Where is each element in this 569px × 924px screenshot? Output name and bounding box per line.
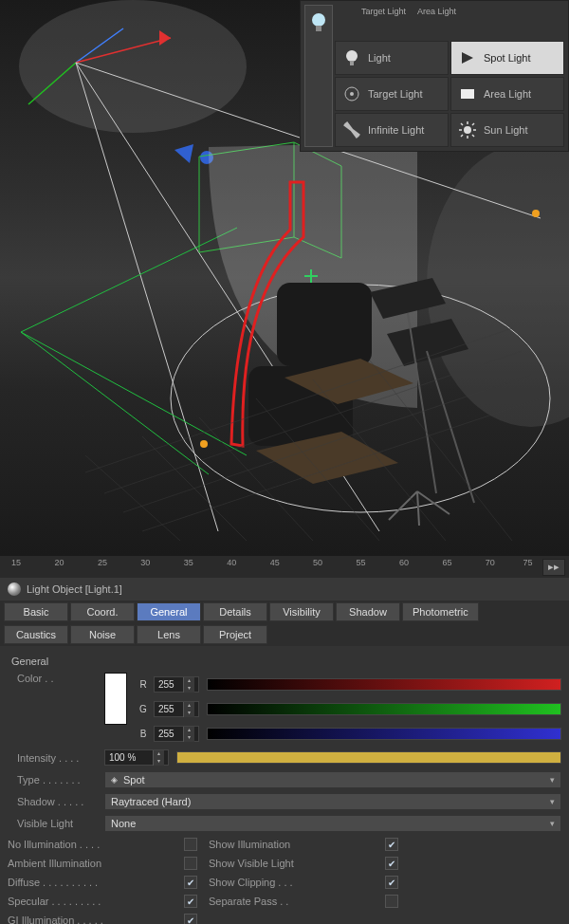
channel-g-slider[interactable]	[207, 703, 561, 715]
color-swatch[interactable]	[104, 673, 127, 725]
channel-b-value[interactable]: 255▴▾	[154, 726, 199, 742]
chk-specular-label: Specular . . . . . . . . .	[8, 896, 184, 907]
tab-lens[interactable]: Lens	[137, 625, 201, 644]
chk-sep-pass[interactable]	[385, 895, 398, 908]
light-option-light[interactable]: Light	[335, 41, 449, 75]
chk-ambient-label: Ambient Illumination	[8, 858, 184, 869]
tab-general[interactable]: General	[137, 602, 201, 621]
tab-shadow[interactable]: Shadow	[336, 602, 400, 621]
svg-point-0	[19, 0, 247, 133]
svg-line-33	[461, 123, 463, 125]
tab-project[interactable]: Project	[203, 625, 267, 644]
infinite-icon	[341, 120, 362, 140]
svg-rect-11	[277, 283, 372, 366]
chk-show-visible-label: Show Visible Light	[209, 858, 385, 869]
chk-no-illum[interactable]	[184, 838, 197, 851]
chk-no-illum-label: No Illumination . . . .	[8, 839, 184, 850]
channel-b-label: B	[137, 729, 150, 739]
spot-icon	[457, 47, 478, 68]
svg-marker-8	[174, 144, 193, 163]
light-tool-icon[interactable]	[304, 5, 333, 147]
svg-point-21	[312, 13, 325, 27]
light-option-infinite[interactable]: Infinite Light	[335, 113, 449, 147]
channel-g-label: G	[137, 704, 150, 714]
sun-icon	[457, 120, 478, 140]
intensity-label: Intensity . . . .	[8, 752, 101, 764]
chk-specular[interactable]: ✔	[184, 895, 197, 908]
timeline-scale[interactable]: 15 20 25 30 35 40 45 50 55 60 65 70 75	[0, 556, 539, 578]
channel-r-value[interactable]: 255▴▾	[154, 676, 199, 693]
chk-ambient[interactable]	[184, 857, 197, 870]
svg-line-34	[472, 135, 474, 137]
section-title: General	[11, 656, 561, 667]
type-label: Type . . . . . . .	[8, 774, 101, 785]
svg-line-36	[461, 135, 463, 137]
target-icon	[341, 83, 362, 104]
object-name: Light Object [Light.1]	[27, 583, 122, 595]
svg-point-26	[350, 92, 354, 96]
tab-basic[interactable]: Basic	[4, 602, 68, 621]
attribute-manager-header: Light Object [Light.1]	[0, 578, 569, 601]
shadow-label: Shadow . . . . .	[8, 796, 101, 807]
chk-diffuse-label: Diffuse . . . . . . . . . .	[8, 877, 184, 888]
timeline[interactable]: 15 20 25 30 35 40 45 50 55 60 65 70 75 ▸…	[0, 555, 569, 578]
svg-line-35	[472, 123, 474, 125]
light-option-area[interactable]: Area Light	[450, 77, 564, 111]
visible-light-dropdown[interactable]: None	[104, 815, 561, 832]
timeline-next-btn[interactable]: ▸▸	[542, 559, 565, 576]
svg-point-9	[200, 440, 208, 448]
visible-light-label: Visible Light	[8, 818, 101, 829]
channel-r-label: R	[137, 679, 150, 690]
svg-point-10	[532, 210, 540, 217]
tab-details[interactable]: Details	[203, 602, 267, 621]
channel-r-slider[interactable]	[207, 678, 561, 691]
tab-photometric[interactable]: Photometric	[402, 602, 479, 621]
chk-show-clip-label: Show Clipping . . .	[209, 877, 385, 888]
chk-show-illum[interactable]: ✔	[385, 838, 398, 851]
chk-show-illum-label: Show Illumination	[209, 839, 385, 850]
viewport-3d[interactable]: 思缘设计论坛 · WWW.MISSYUAN.COM	[0, 0, 569, 555]
channel-g-value[interactable]: 255▴▾	[154, 701, 199, 717]
tab-visibility[interactable]: Visibility	[269, 602, 334, 621]
tab-row-2: Caustics Noise Lens Project	[0, 623, 569, 646]
svg-rect-22	[316, 26, 321, 31]
light-type-menu: Target LightArea Light Light Spot Light …	[300, 0, 569, 152]
general-panel: General Color . . R 255▴▾ G 255▴▾ B 255▴…	[0, 646, 569, 924]
intensity-slider[interactable]	[176, 751, 561, 764]
svg-rect-24	[350, 61, 354, 65]
bulb-icon	[341, 47, 362, 68]
tab-caustics[interactable]: Caustics	[4, 625, 68, 644]
light-menu-mini-header: Target LightArea Light	[335, 5, 564, 18]
light-option-spot[interactable]: Spot Light	[450, 41, 564, 75]
chk-gi-label: GI Illumination . . . . .	[8, 915, 184, 924]
svg-point-28	[464, 126, 471, 134]
svg-rect-27	[461, 89, 474, 99]
svg-point-1	[427, 142, 569, 427]
light-option-sun[interactable]: Sun Light	[450, 113, 564, 147]
tab-noise[interactable]: Noise	[70, 625, 135, 644]
tab-row: Basic Coord. General Details Visibility …	[0, 601, 569, 623]
chk-show-visible[interactable]: ✔	[385, 857, 398, 870]
object-icon	[8, 582, 21, 596]
type-dropdown[interactable]: Spot	[104, 771, 561, 788]
area-icon	[457, 83, 478, 104]
color-label: Color . .	[8, 673, 101, 684]
chk-gi[interactable]: ✔	[184, 914, 197, 924]
channel-b-slider[interactable]	[207, 728, 561, 740]
chk-sep-pass-label: Separate Pass . .	[209, 896, 385, 907]
chk-diffuse[interactable]: ✔	[184, 876, 197, 889]
svg-point-23	[346, 50, 358, 62]
chk-show-clip[interactable]: ✔	[385, 876, 398, 889]
intensity-value[interactable]: 100 %▴▾	[104, 749, 169, 766]
shadow-dropdown[interactable]: Raytraced (Hard)	[104, 793, 561, 810]
tab-coord[interactable]: Coord.	[70, 602, 135, 621]
light-option-target[interactable]: Target Light	[335, 77, 449, 111]
